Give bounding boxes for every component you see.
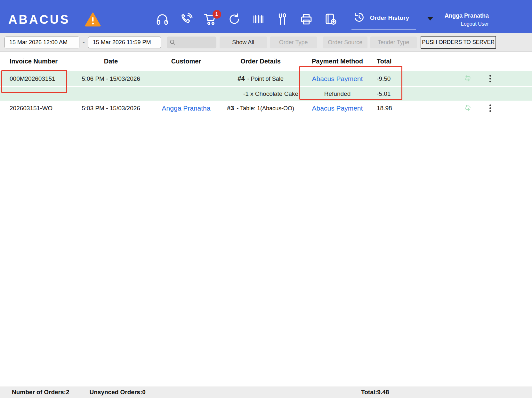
warning-icon[interactable] <box>85 12 101 27</box>
cart-button[interactable]: 1 <box>203 12 217 27</box>
order-description: - Table: 1(Abacus-OO) <box>237 105 294 112</box>
sync-button[interactable] <box>456 74 479 84</box>
date-cell: 5:03 PM - 15/03/2026 <box>70 105 152 112</box>
invoice-cell: 000M202603151 <box>0 75 70 82</box>
col-payment-method: Payment Method <box>301 58 374 65</box>
order-source-button[interactable]: Order Source <box>323 37 367 48</box>
row-menu-button[interactable] <box>488 103 492 113</box>
user-name: Angga Pranatha <box>445 12 489 19</box>
search-box <box>167 37 216 48</box>
payment-method-cell[interactable]: Abacus Payment <box>301 104 374 112</box>
payment-status-cell: Refunded <box>301 90 374 97</box>
line-amount-cell: -5.01 <box>374 90 403 97</box>
search-input[interactable] <box>177 39 214 47</box>
call-button[interactable] <box>179 12 193 27</box>
order-number: #4 <box>238 75 245 82</box>
order-description: - Point of Sale <box>247 76 284 82</box>
date-cell: 5:06 PM - 15/03/2026 <box>70 75 152 82</box>
refresh-button[interactable] <box>227 12 241 27</box>
unsynced-count: Unsynced Orders:0 <box>90 389 146 396</box>
toolbar-icons: 1 <box>155 12 337 27</box>
total-summary: Total:9.48 <box>361 389 389 396</box>
search-icon <box>169 39 176 47</box>
date-to-input[interactable] <box>88 37 161 48</box>
customer-cell[interactable]: Angga Pranatha <box>152 104 220 112</box>
order-row-1[interactable]: 000M202603151 5:06 PM - 15/03/2026 #4- P… <box>0 71 532 86</box>
chevron-down-icon <box>427 17 433 21</box>
ledger-add-icon <box>324 12 337 27</box>
sync-icon <box>463 74 472 84</box>
push-orders-button[interactable]: PUSH ORDERS TO SERVER <box>421 36 496 49</box>
invoice-cell: 202603151-WO <box>0 105 70 112</box>
cart-badge: 1 <box>213 10 221 19</box>
abacus-logo: ABACUS <box>8 13 70 27</box>
payment-method-cell[interactable]: Abacus Payment <box>301 75 374 83</box>
row-menu-button[interactable] <box>488 74 492 84</box>
sync-button[interactable] <box>456 104 479 113</box>
barcode-icon <box>252 12 265 27</box>
logout-button[interactable]: Logout User <box>445 21 489 27</box>
order-row-2[interactable]: 202603151-WO 5:03 PM - 15/03/2026 Angga … <box>0 101 532 116</box>
ledger-button[interactable] <box>323 12 337 27</box>
barcode-button[interactable] <box>251 12 265 27</box>
phone-ring-icon <box>180 12 193 27</box>
total-cell: 18.98 <box>374 105 403 112</box>
printer-icon <box>300 12 313 27</box>
tender-type-button[interactable]: Tender Type <box>370 37 417 48</box>
order-details-cell: #4- Point of Sale <box>220 75 301 82</box>
order-history-screen: ABACUS <box>0 0 532 398</box>
cutlery-icon <box>276 12 289 27</box>
order-row-1-line-item: -1 x Chocolate Cake Refunded -5.01 <box>0 86 532 101</box>
show-all-button[interactable]: Show All <box>220 37 267 48</box>
headset-icon <box>156 12 169 27</box>
col-total: Total <box>374 58 403 65</box>
refresh-icon <box>228 12 241 27</box>
top-bar: ABACUS <box>0 0 532 33</box>
col-invoice-number: Invoice Number <box>0 58 70 65</box>
user-block: Angga Pranatha Logout User <box>445 12 489 27</box>
status-bar: Number of Orders:2 Unsynced Orders:0 Tot… <box>0 386 532 398</box>
col-customer: Customer <box>152 58 220 65</box>
table-header-row: Invoice Number Date Customer Order Detai… <box>0 52 532 71</box>
kitchen-button[interactable] <box>275 12 289 27</box>
filter-bar: - Show All Order Type Order Source Tende… <box>0 33 532 52</box>
order-number: #3 <box>227 104 234 112</box>
line-item-cell: -1 x Chocolate Cake <box>220 90 301 97</box>
orders-count: Number of Orders:2 <box>12 389 69 396</box>
orders-table: Invoice Number Date Customer Order Detai… <box>0 52 532 386</box>
col-date: Date <box>70 58 152 65</box>
order-history-label: Order History <box>370 14 409 21</box>
date-range-separator: - <box>83 39 85 46</box>
date-from-input[interactable] <box>4 37 79 48</box>
support-button[interactable] <box>155 12 169 27</box>
history-icon <box>353 11 366 25</box>
total-cell: -9.50 <box>374 75 403 82</box>
order-details-cell: #3- Table: 1(Abacus-OO) <box>220 104 301 112</box>
sync-icon <box>463 104 472 113</box>
print-button[interactable] <box>299 12 313 27</box>
order-history-dropdown[interactable]: Order History <box>351 10 433 29</box>
order-type-button[interactable]: Order Type <box>270 37 317 48</box>
col-order-details: Order Details <box>220 58 301 65</box>
